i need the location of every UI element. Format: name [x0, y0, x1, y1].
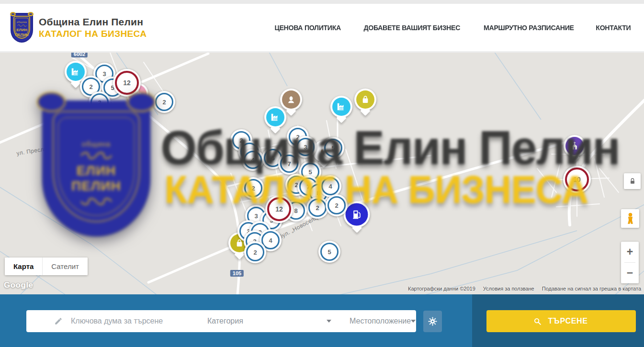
crest-top-text: община	[17, 21, 27, 23]
cluster-marker-2[interactable]: 2	[153, 91, 175, 113]
zoom-out-button[interactable]: −	[621, 263, 639, 283]
search-button[interactable]: ТЪРСЕНЕ	[486, 310, 636, 332]
cluster-marker-4[interactable]: 4	[319, 175, 341, 197]
church-pin[interactable]	[564, 135, 586, 157]
worker-pin[interactable]	[280, 89, 302, 111]
cluster-marker-2[interactable]: 2	[242, 177, 264, 199]
nav-item-3[interactable]: МАРШРУТНО РАЗПИСАНИЕ	[484, 23, 574, 32]
page: община ЕЛИН ПЕЛИН Община Елин Пелин КАТА…	[0, 0, 644, 347]
map-canvas[interactable]: 6002105ул. Преславбул. „Новоселци“ 32512…	[0, 53, 644, 294]
crest-scroll-right	[28, 12, 34, 16]
search-panel: Категория Местоположение ТЪРСЕНЕ	[0, 294, 644, 347]
chevron-down-icon	[411, 320, 416, 323]
map-attribution: Картографски данни ©2019 Условия за полз…	[408, 286, 641, 291]
shopping-bag-pin[interactable]	[354, 89, 376, 111]
location-select-value: Местоположение	[350, 317, 411, 325]
cluster-marker-2[interactable]: 2	[89, 91, 111, 113]
cluster-marker-2[interactable]: 2	[326, 194, 348, 216]
search-bar: Категория Местоположение	[26, 310, 416, 332]
nav-item-1[interactable]: ЦЕНОВА ПОЛИТИКА	[274, 23, 341, 32]
category-select[interactable]: Категория	[199, 310, 341, 332]
map-view-button[interactable]: Карта	[5, 257, 42, 275]
category-select-value: Категория	[207, 317, 243, 325]
pencil-icon	[54, 317, 63, 325]
page-top-strip	[0, 0, 644, 4]
nav-item-2[interactable]: ДОБАВЕТЕ ВАШИЯТ БИЗНЕС	[363, 23, 460, 32]
map-type-control: Карта Сателит	[5, 257, 88, 275]
map-markers-layer: 325122223423567522784221283338342510	[0, 53, 644, 294]
cluster-marker-2[interactable]: 2	[244, 241, 266, 263]
attribution-copyright: Картографски данни ©2019	[408, 286, 475, 291]
municipality-crest-logo: община ЕЛИН ПЕЛИН	[11, 13, 33, 43]
cluster-marker-7[interactable]: 7	[278, 153, 300, 175]
title-block: Община Елин Пелин КАТАЛОГ НА БИЗНЕСА	[39, 16, 147, 39]
page-title: Община Елин Пелин	[39, 16, 147, 28]
nav-item-4[interactable]: КОНТАКТИ	[596, 23, 631, 32]
cluster-marker-2[interactable]: 2	[306, 197, 328, 219]
street-view-pegman-button[interactable]	[621, 209, 639, 228]
site-header: община ЕЛИН ПЕЛИН Община Елин Пелин КАТА…	[0, 4, 644, 53]
cluster-marker-5[interactable]: 5	[322, 137, 344, 159]
crest-name-text: ЕЛИН ПЕЛИН	[15, 28, 28, 37]
report-map-error-link[interactable]: Подаване на сигнал за грешка в картата	[542, 286, 641, 291]
keyword-search-input[interactable]	[70, 316, 168, 326]
advanced-settings-button[interactable]	[423, 311, 442, 332]
lock-icon	[629, 178, 636, 185]
location-select[interactable]: Местоположение	[341, 310, 425, 332]
keyword-section	[26, 310, 199, 332]
page-subtitle: КАТАЛОГ НА БИЗНЕСА	[39, 29, 147, 39]
cluster-marker-3[interactable]: 3	[294, 136, 316, 158]
terms-of-use-link[interactable]: Условия за ползване	[483, 286, 534, 291]
site-logo[interactable]: община ЕЛИН ПЕЛИН Община Елин Пелин КАТА…	[11, 13, 147, 43]
cluster-marker-12[interactable]: 12	[113, 69, 141, 97]
main-nav: ЦЕНОВА ПОЛИТИКАДОБАВЕТЕ ВАШИЯТ БИЗНЕСМАР…	[272, 4, 632, 51]
cluster-marker-4[interactable]: 4	[242, 149, 264, 171]
chevron-down-icon	[327, 320, 331, 323]
crest-ornament	[17, 24, 27, 27]
crest-scroll-left	[10, 12, 16, 16]
zoom-control: + −	[621, 242, 639, 283]
google-logo[interactable]: Google	[4, 280, 34, 290]
search-button-label: ТЪРСЕНЕ	[548, 316, 588, 326]
search-icon	[533, 317, 542, 325]
cluster-marker-5[interactable]: 5	[318, 241, 340, 263]
pegman-icon	[624, 212, 637, 225]
lock-button[interactable]	[624, 173, 641, 189]
gear-icon	[428, 316, 438, 326]
zoom-in-button[interactable]: +	[621, 242, 639, 262]
cluster-marker-10[interactable]: 10	[563, 166, 591, 193]
factory-pin[interactable]	[264, 106, 286, 128]
factory-pin[interactable]	[330, 96, 352, 118]
cluster-marker-12[interactable]: 12	[265, 195, 293, 223]
satellite-view-button[interactable]: Сателит	[42, 257, 88, 275]
